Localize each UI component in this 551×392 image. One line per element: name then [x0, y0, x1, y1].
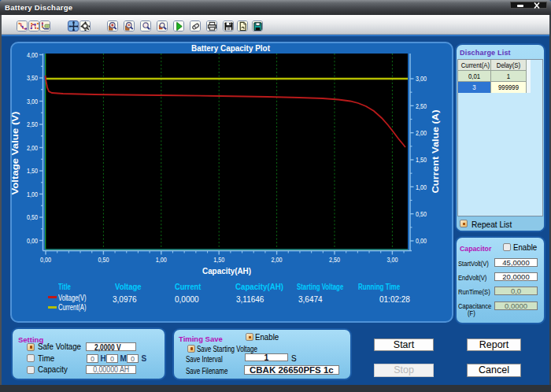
svg-text:1,50: 1,50: [213, 255, 224, 264]
svg-text:2,50: 2,50: [416, 102, 427, 110]
svg-text:0,00: 0,00: [27, 236, 38, 245]
svg-text:Capacity(AH): Capacity(AH): [202, 266, 251, 276]
svg-text:2,00: 2,00: [272, 255, 283, 264]
svg-text:2,00: 2,00: [416, 128, 427, 137]
svg-text:Current Value (A): Current Value (A): [431, 109, 440, 193]
svg-text:1,00: 1,00: [156, 255, 167, 264]
svg-text:3,00: 3,00: [416, 74, 427, 83]
svg-text:3,00: 3,00: [27, 97, 38, 105]
svg-text:3,00: 3,00: [386, 255, 398, 264]
svg-text:1,00: 1,00: [416, 183, 427, 191]
svg-text:1,50: 1,50: [416, 155, 427, 164]
svg-text:1,00: 1,00: [27, 190, 38, 198]
svg-text:2,50: 2,50: [329, 255, 340, 264]
svg-text:2,00: 2,00: [27, 143, 38, 152]
svg-text:0,50: 0,50: [416, 209, 427, 218]
svg-text:Battery Capacity Plot: Battery Capacity Plot: [191, 43, 270, 53]
svg-text:3,50: 3,50: [27, 73, 38, 82]
svg-text:0,00: 0,00: [416, 236, 427, 245]
svg-text:1,50: 1,50: [27, 166, 38, 175]
svg-text:4,00: 4,00: [27, 50, 38, 59]
svg-text:0,00: 0,00: [40, 255, 51, 264]
svg-text:0,50: 0,50: [98, 255, 109, 264]
svg-text:0,50: 0,50: [27, 213, 38, 221]
svg-text:Voltage Value (V): Voltage Value (V): [10, 111, 20, 194]
svg-text:2,50: 2,50: [27, 120, 38, 128]
